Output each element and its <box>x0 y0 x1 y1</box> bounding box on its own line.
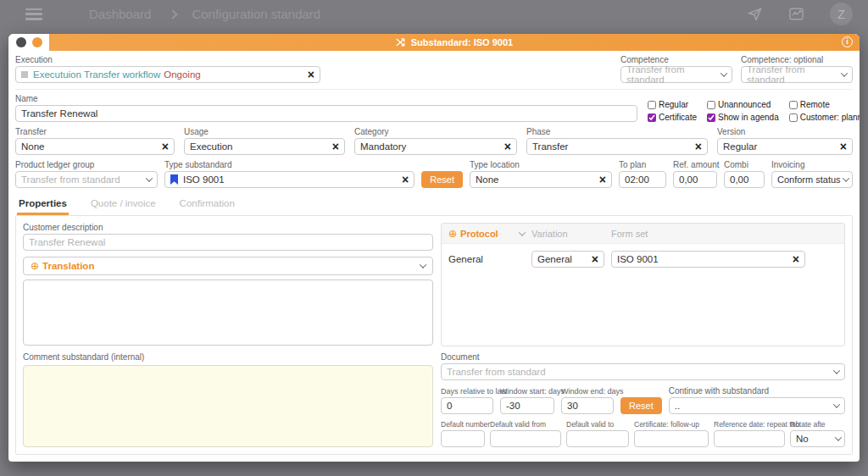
days-relative-input[interactable] <box>441 397 493 414</box>
info-icon[interactable]: i <box>842 36 853 47</box>
invoicing-label: Invoicing <box>771 160 853 169</box>
clear-icon[interactable]: × <box>157 141 169 152</box>
dialog-title: Substandard: ISO 9001 <box>411 37 513 47</box>
checkbox-show-in-agenda[interactable]: Show in agenda <box>707 113 779 122</box>
checkbox-unannounced[interactable]: Unannounced <box>707 100 779 109</box>
send-icon[interactable] <box>747 6 763 22</box>
breadcrumb-dashboard[interactable]: Dashboard <box>89 7 151 21</box>
clear-icon[interactable]: × <box>327 141 339 152</box>
clear-icon[interactable]: × <box>835 141 847 152</box>
certificate-follow-up-input[interactable] <box>634 430 709 447</box>
usage-label: Usage <box>184 127 345 136</box>
chart-icon[interactable] <box>788 6 804 22</box>
unannounced-checkbox[interactable] <box>707 101 715 109</box>
description-textarea[interactable] <box>23 280 433 346</box>
ref-amount-label: Ref. amount <box>673 160 717 169</box>
name-row: Name Regular Unannounced Remote Certific… <box>15 94 853 122</box>
execution-value[interactable]: Executuion Transfer workflow <box>33 69 160 80</box>
type-substandard-field[interactable]: ISO 9001× <box>164 171 415 188</box>
type-row: Product ledger group Transfer from stand… <box>15 160 853 188</box>
clear-icon[interactable]: × <box>499 141 511 152</box>
shuffle-icon <box>396 38 407 47</box>
usage-field[interactable]: Execution× <box>184 138 345 155</box>
chevron-down-icon <box>721 69 727 76</box>
reset-type-button[interactable]: Reset <box>421 171 463 188</box>
chevron-down-icon <box>841 69 848 76</box>
protocol-panel: ⊕Protocol Variation Form set General Gen… <box>441 223 845 346</box>
clear-icon[interactable]: × <box>787 253 799 265</box>
clear-icon[interactable]: × <box>594 174 606 185</box>
tab-confirmation[interactable]: Confirmation <box>178 196 236 215</box>
reset-window-button[interactable]: Reset <box>620 397 662 414</box>
name-input[interactable] <box>15 105 637 122</box>
invoicing-select[interactable]: Conform status <box>771 171 853 188</box>
checkbox-certificate[interactable]: Certificate <box>648 113 697 122</box>
show-in-agenda-checkbox[interactable] <box>707 113 715 122</box>
remote-checkbox[interactable] <box>789 101 798 109</box>
competence-label: Competence <box>620 55 732 64</box>
days-relative-label: Days relative to last <box>441 387 493 396</box>
customer-plannable-checkbox[interactable] <box>789 113 798 122</box>
certificate-checkbox[interactable] <box>648 113 656 122</box>
execution-label: Execution <box>15 55 320 64</box>
execution-field[interactable]: Executuion Transfer workflow Ongoing × <box>15 66 320 83</box>
default-number-input[interactable] <box>441 430 485 447</box>
competence-optional-select[interactable]: Transfer from standard <box>741 66 853 83</box>
reference-date-input[interactable] <box>714 430 785 447</box>
ref-amount-input[interactable] <box>673 171 717 188</box>
phase-field[interactable]: Transfer× <box>526 138 708 155</box>
chevron-down-icon <box>833 367 840 374</box>
checkbox-regular[interactable]: Regular <box>648 100 697 109</box>
protocol-row-name: General <box>448 254 525 264</box>
default-valid-to-label: Default valid to <box>566 420 629 429</box>
reference-date-label: Reference date: repeat tab <box>714 420 785 429</box>
version-field[interactable]: Regular× <box>717 138 853 155</box>
clear-icon[interactable]: × <box>587 253 598 265</box>
checkbox-remote[interactable]: Remote <box>789 100 860 109</box>
category-field[interactable]: Mandatory× <box>354 138 517 155</box>
product-ledger-group-label: Product ledger group <box>15 160 158 169</box>
window-start-label: Window start: days <box>500 387 554 396</box>
top-navigation-bar: Dashboard Configuration standard Z <box>0 0 868 28</box>
menu-icon[interactable] <box>25 8 42 20</box>
clear-icon[interactable]: × <box>303 69 314 80</box>
checkbox-customer-plannable[interactable]: Customer: plannable <box>789 113 860 122</box>
type-substandard-label: Type substandard <box>164 160 415 169</box>
type-location-field[interactable]: None× <box>470 171 612 188</box>
window-close-dot[interactable] <box>16 37 26 47</box>
competence-select[interactable]: Transfer from standard <box>620 66 732 83</box>
window-minimize-dot[interactable] <box>32 37 42 47</box>
to-plan-input[interactable] <box>619 171 666 188</box>
competence-optional-label: Competence: optional <box>741 55 853 64</box>
customer-description-input[interactable] <box>23 234 433 251</box>
translation-expander[interactable]: ⊕Translation <box>23 257 433 275</box>
regular-checkbox[interactable] <box>648 101 656 109</box>
product-ledger-group-select[interactable]: Transfer from standard <box>15 171 158 188</box>
version-label: Version <box>717 127 853 136</box>
plus-circle-icon: ⊕ <box>448 228 457 240</box>
window-end-input[interactable] <box>561 397 614 414</box>
combi-label: Combi <box>724 160 765 169</box>
document-select[interactable]: Transfer from standard <box>441 363 845 380</box>
chevron-right-icon <box>169 9 178 19</box>
form-set-field[interactable]: ISO 9001× <box>611 251 805 268</box>
rotate-after-select[interactable]: No <box>790 430 845 447</box>
variation-field[interactable]: General× <box>531 251 604 268</box>
tab-quote-invoice[interactable]: Quote / invoice <box>89 196 158 215</box>
comment-textarea[interactable] <box>23 365 433 447</box>
continue-with-substandard-select[interactable]: .. <box>669 397 845 414</box>
clear-icon[interactable]: × <box>690 141 702 152</box>
default-valid-to-input[interactable] <box>566 430 629 447</box>
combi-input[interactable] <box>724 171 765 188</box>
window-end-label: Window end: days <box>561 387 614 396</box>
user-avatar[interactable]: Z <box>830 3 853 25</box>
clear-icon[interactable]: × <box>397 174 409 185</box>
tab-properties[interactable]: Properties <box>17 196 69 215</box>
defaults-row: Default number Default valid from Defaul… <box>441 420 845 447</box>
type-location-label: Type location <box>470 160 612 169</box>
transfer-field[interactable]: None× <box>15 138 175 155</box>
breadcrumb-current: Configuration standard <box>192 7 320 21</box>
default-valid-from-input[interactable] <box>490 430 561 447</box>
window-start-input[interactable] <box>500 397 554 414</box>
chevron-down-icon[interactable] <box>519 229 526 235</box>
